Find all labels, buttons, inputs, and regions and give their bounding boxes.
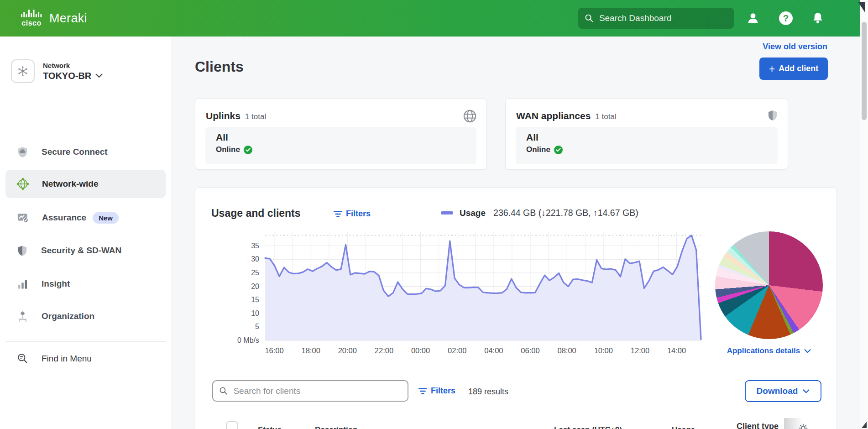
find-in-menu[interactable]: Find in Menu: [16, 352, 92, 365]
usage-and-clients-card: Usage and clients Filters Usage 236.44 G…: [195, 187, 837, 429]
top-navigation-bar: cisco Meraki ?: [0, 0, 868, 37]
column-header-last-seen[interactable]: Last seen (UTC+0): [554, 425, 622, 429]
uplinks-summary-row[interactable]: All Online: [205, 127, 476, 164]
svg-text:20: 20: [251, 283, 259, 290]
new-badge: New: [93, 212, 119, 224]
view-old-version-link[interactable]: View old version: [753, 42, 827, 52]
find-search-icon: [16, 352, 29, 365]
svg-text:16:00: 16:00: [265, 346, 283, 355]
network-label: Network: [43, 62, 103, 69]
filter-icon: [334, 210, 342, 218]
client-filters-button[interactable]: Filters: [418, 386, 455, 396]
svg-text:15: 15: [251, 296, 259, 303]
svg-text:18:00: 18:00: [302, 346, 320, 355]
globe-outline-icon: [462, 109, 477, 126]
meraki-wordmark: Meraki: [49, 11, 87, 26]
bar-chart-icon: [16, 278, 29, 290]
sidebar-item-assurance[interactable]: Assurance New: [0, 204, 171, 232]
user-icon: [746, 11, 760, 26]
column-header-description[interactable]: Description: [315, 425, 358, 429]
notifications-button[interactable]: [809, 10, 826, 27]
scroll-corner-arrow[interactable]: [862, 422, 867, 428]
sidebar-item-label: Secure Connect: [42, 147, 108, 157]
page-scrollbar[interactable]: [860, 0, 868, 429]
shield-split-icon: [16, 245, 28, 257]
uplinks-card: Uplinks 1 total All Online: [195, 98, 487, 170]
client-search[interactable]: [212, 380, 408, 402]
chart-legend: Usage 236.44 GB (↓221.78 GB, ↑14.67 GB): [441, 208, 638, 218]
dashboard-search-input[interactable]: [598, 13, 727, 24]
cisco-bars-icon: [21, 10, 42, 19]
shield-icon: [767, 109, 779, 124]
usage-filters-button[interactable]: Filters: [334, 209, 371, 219]
network-name[interactable]: TOKYO-BR: [43, 71, 103, 81]
column-header-status[interactable]: Status: [258, 425, 282, 429]
brand-logo[interactable]: cisco Meraki: [21, 10, 87, 27]
svg-text:0 Mb/s: 0 Mb/s: [237, 336, 259, 344]
uplinks-title: Uplinks: [206, 110, 241, 121]
svg-text:04:00: 04:00: [484, 346, 503, 355]
shield-cloud-icon: [16, 146, 29, 158]
network-selector[interactable]: Network TOKYO-BR: [11, 59, 103, 83]
globe-icon: [16, 178, 29, 190]
sidebar-item-secure-connect[interactable]: Secure Connect: [0, 138, 171, 166]
dashboard-search[interactable]: [578, 8, 734, 29]
wan-summary-row[interactable]: All Online: [516, 127, 778, 164]
sidebar-item-label: Assurance: [42, 213, 86, 223]
uplinks-status-label: Online: [216, 145, 240, 154]
client-search-input[interactable]: [232, 386, 402, 397]
uplinks-all-label: All: [216, 132, 476, 143]
meraki-dashboard: cisco Meraki ?: [0, 0, 868, 429]
page-title: Clients: [195, 58, 244, 75]
applications-pie-chart[interactable]: [715, 231, 823, 339]
sidebar-item-organization[interactable]: Organization: [0, 302, 171, 330]
gear-icon: [799, 424, 808, 429]
svg-text:30: 30: [251, 255, 259, 263]
svg-text:02:00: 02:00: [448, 346, 466, 355]
applications-details-link[interactable]: Applications details: [715, 346, 823, 356]
sidebar-item-insight[interactable]: Insight: [0, 270, 171, 298]
search-icon: [585, 13, 594, 23]
wan-all-label: All: [526, 132, 778, 143]
chart-shield-icon: [16, 211, 29, 224]
help-icon: ?: [779, 11, 793, 25]
table-settings-button[interactable]: [799, 424, 808, 429]
sidebar: Network TOKYO-BR Secure Connect: [0, 37, 171, 429]
sidebar-item-label: Security & SD-WAN: [41, 246, 121, 256]
svg-text:20:00: 20:00: [338, 346, 357, 355]
legend-series-value: 236.44 GB (↓221.78 GB, ↑14.67 GB): [493, 208, 638, 218]
wan-status-label: Online: [526, 145, 550, 154]
cisco-logo-icon: cisco: [21, 10, 42, 27]
sidebar-item-label: Network-wide: [42, 179, 99, 189]
svg-text:22:00: 22:00: [375, 346, 393, 355]
clients-table-header: Status Description Last seen (UTC+0) Usa…: [195, 418, 837, 429]
wan-appliances-card: WAN appliances 1 total All Online: [505, 98, 788, 170]
download-button[interactable]: Download: [745, 380, 821, 402]
usage-section-title: Usage and clients: [211, 207, 301, 220]
chevron-down-icon: [803, 389, 810, 393]
scrollbar-thumb[interactable]: [862, 22, 867, 120]
chevron-down-icon: [804, 349, 811, 353]
legend-series-name: Usage: [460, 208, 486, 218]
sidebar-item-network-wide[interactable]: Network-wide: [5, 170, 166, 198]
network-hub-icon: [11, 59, 35, 83]
bell-icon: [811, 11, 825, 25]
svg-text:10:00: 10:00: [594, 346, 613, 355]
filter-icon: [418, 387, 427, 395]
add-client-button[interactable]: + Add client: [759, 58, 828, 80]
account-button[interactable]: [744, 10, 762, 27]
help-button[interactable]: ?: [777, 10, 795, 27]
online-check-icon: [554, 146, 563, 154]
svg-text:06:00: 06:00: [521, 346, 539, 355]
select-all-checkbox[interactable]: [226, 421, 238, 429]
column-header-usage[interactable]: Usage: [672, 425, 695, 429]
online-check-icon: [244, 146, 252, 154]
results-count: 189 results: [468, 387, 508, 397]
svg-text:12:00: 12:00: [631, 346, 649, 355]
usage-line-chart[interactable]: 35302520151050 Mb/s16:0018:0020:0022:000…: [222, 228, 706, 365]
svg-text:00:00: 00:00: [411, 346, 430, 355]
sidebar-item-security-sdwan[interactable]: Security & SD-WAN: [0, 236, 171, 265]
svg-text:35: 35: [251, 242, 259, 250]
sidebar-item-label: Organization: [42, 311, 94, 321]
column-header-client-type[interactable]: Client type: [737, 422, 779, 429]
